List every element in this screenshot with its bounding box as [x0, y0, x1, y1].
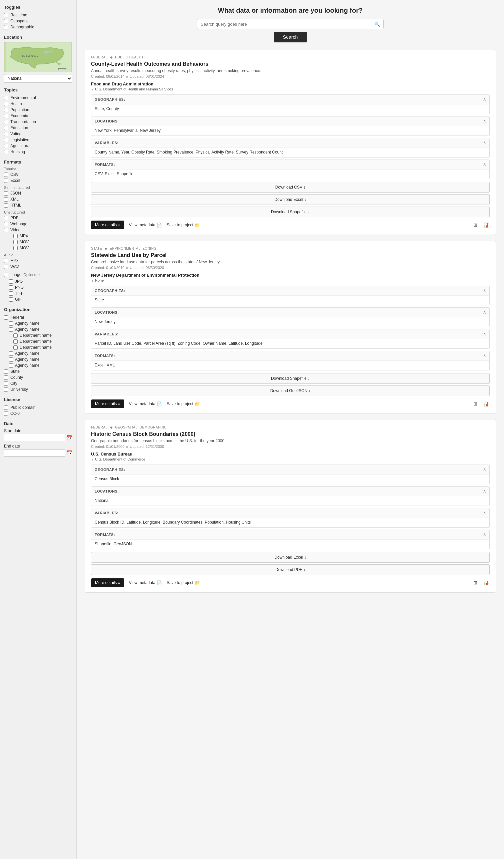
geographies-header-0[interactable]: GEOGRAPHIES: ∧	[91, 95, 489, 104]
location-select[interactable]: NationalStateCountyCity	[4, 74, 72, 83]
org-checkbox[interactable]	[9, 363, 13, 368]
format-checkbox-mp4[interactable]	[13, 234, 18, 238]
start-date-input[interactable]	[4, 434, 65, 441]
view-metadata-button-1[interactable]: View metadata 📄	[129, 402, 162, 406]
toggle-checkbox-geospatial[interactable]	[4, 19, 8, 24]
topic-checkbox-economic[interactable]	[4, 114, 8, 118]
org-checkbox[interactable]	[13, 340, 18, 344]
formats-audio-label: Audio	[4, 253, 72, 257]
more-details-button-1[interactable]: More details ≡	[91, 400, 124, 408]
download-btn-shapefile-1[interactable]: Download Shapefile ↓	[91, 373, 490, 384]
search-icon-button[interactable]: 🔍	[374, 21, 380, 27]
search-button[interactable]: Search	[274, 32, 307, 42]
formats-image-checkbox[interactable]	[4, 273, 8, 277]
end-date-calendar-icon[interactable]: 📅	[67, 450, 72, 455]
topic-checkbox-health[interactable]	[4, 102, 8, 106]
formats-section-title: Formats	[4, 160, 72, 165]
grid-view-icon-2[interactable]: ⊞	[473, 580, 478, 585]
format-checkbox-json[interactable]	[4, 191, 8, 196]
formats-image-options[interactable]: Options →	[23, 273, 41, 277]
view-metadata-button-0[interactable]: View metadata 📄	[129, 223, 162, 228]
toggle-checkbox-demographic[interactable]	[4, 25, 8, 29]
format-checkbox-html[interactable]	[4, 203, 8, 208]
download-btn-geojson-1[interactable]: Download GeoJSON ↓	[91, 386, 490, 396]
topic-checkbox-environmental[interactable]	[4, 96, 8, 100]
grid-view-icon-1[interactable]: ⊞	[473, 401, 478, 406]
license-checkbox-public-domain[interactable]	[4, 406, 8, 410]
topic-checkbox-legislative[interactable]	[4, 138, 8, 142]
format-checkbox-mov2[interactable]	[13, 246, 18, 250]
variables-header-1[interactable]: VARIABLES: ∧	[91, 329, 489, 339]
view-metadata-button-2[interactable]: View metadata 📄	[129, 581, 162, 585]
card-breadcrumb-2: FEDERAL ◆ GEOSPATIAL, DEMOGRAPHIC	[91, 425, 490, 429]
save-to-project-button-2[interactable]: Save to project 📁	[167, 581, 200, 585]
format-checkbox-video[interactable]	[4, 228, 8, 232]
format-checkbox-jpg[interactable]	[9, 279, 13, 284]
download-btn-excel-2[interactable]: Download Excel ↓	[91, 552, 490, 563]
format-checkbox-mov1[interactable]	[13, 240, 18, 244]
download-btn-shapefile-0[interactable]: Download Shapefile ↓	[91, 207, 490, 217]
org-checkbox[interactable]	[4, 370, 8, 374]
chart-icon-0[interactable]: 📊	[483, 222, 490, 228]
topic-checkbox-education[interactable]	[4, 126, 8, 130]
toggle-checkbox-real-time[interactable]	[4, 13, 8, 17]
locations-header-0[interactable]: LOCATIONS: ∧	[91, 117, 489, 126]
format-item-png: PNG	[9, 284, 72, 290]
locations-header-2[interactable]: LOCATIONS: ∧	[91, 486, 489, 496]
org-checkbox[interactable]	[4, 375, 8, 380]
format-item-gif: GIF	[9, 296, 72, 302]
topic-checkbox-agricultural[interactable]	[4, 144, 8, 148]
more-details-button-0[interactable]: More details ≡	[91, 221, 124, 229]
download-btn-csv-0[interactable]: Download CSV ↓	[91, 182, 490, 193]
org-checkbox[interactable]	[4, 388, 8, 392]
format-checkbox-mp3[interactable]	[4, 259, 8, 263]
org-checkbox[interactable]	[9, 358, 13, 362]
format-checkbox-wav[interactable]	[4, 265, 8, 269]
org-checkbox[interactable]	[4, 315, 8, 320]
end-date-input[interactable]	[4, 449, 65, 456]
save-to-project-button-0[interactable]: Save to project 📁	[167, 223, 200, 228]
format-checkbox-csv[interactable]	[4, 172, 8, 177]
format-checkbox-png[interactable]	[9, 285, 13, 290]
more-details-button-2[interactable]: More details ≡	[91, 578, 124, 587]
card-agency-2: U.S. Census Bureau	[91, 452, 490, 456]
org-checkbox[interactable]	[13, 333, 18, 338]
formats-header-0[interactable]: FORMATS: ∧	[91, 160, 489, 169]
topic-checkbox-transportation[interactable]	[4, 120, 8, 124]
format-checkbox-gif[interactable]	[9, 297, 13, 302]
topic-checkbox-population[interactable]	[4, 108, 8, 112]
search-input[interactable]	[201, 22, 374, 27]
org-checkbox[interactable]	[4, 381, 8, 386]
locations-header-1[interactable]: LOCATIONS: ∧	[91, 308, 489, 317]
format-checkbox-tiff[interactable]	[9, 291, 13, 296]
format-checkbox-pdf[interactable]	[4, 216, 8, 220]
format-checkbox-xml[interactable]	[4, 197, 8, 201]
formats-header-2[interactable]: FORMATS: ∧	[91, 530, 489, 539]
card-actions-0: More details ≡ View metadata 📄 Save to p…	[91, 221, 490, 229]
variables-header-2[interactable]: VARIABLES: ∧	[91, 508, 489, 517]
grid-view-icon-0[interactable]: ⊞	[473, 222, 478, 228]
start-date-row: Start date 📅	[4, 428, 72, 441]
format-checkbox-excel[interactable]	[4, 179, 8, 183]
topic-checkbox-housing[interactable]	[4, 150, 8, 154]
org-checkbox[interactable]	[9, 321, 13, 326]
formats-section-0: FORMATS: ∧ CSV, Excel, Shapefile	[91, 160, 490, 179]
format-checkbox-webpage[interactable]	[4, 222, 8, 226]
card-title-0: County-Level Health Outcomes and Behavio…	[91, 61, 490, 67]
formats-header-1[interactable]: FORMATS: ∧	[91, 351, 489, 360]
topic-checkbox-voting[interactable]	[4, 132, 8, 136]
license-checkbox-cc0[interactable]	[4, 411, 8, 416]
chart-icon-1[interactable]: 📊	[483, 401, 490, 406]
download-btn-excel-0[interactable]: Download Excel ↓	[91, 194, 490, 205]
download-btn-pdf-2[interactable]: Download PDF ↓	[91, 564, 490, 575]
org-checkbox[interactable]	[9, 351, 13, 356]
chart-icon-2[interactable]: 📊	[483, 580, 490, 585]
org-checkbox[interactable]	[9, 327, 13, 332]
variables-header-0[interactable]: VARIABLES: ∧	[91, 138, 489, 148]
geographies-header-2[interactable]: GEOGRAPHIES: ∧	[91, 465, 489, 474]
start-date-label: Start date	[4, 428, 72, 433]
org-checkbox[interactable]	[13, 345, 18, 350]
geographies-header-1[interactable]: GEOGRAPHIES: ∧	[91, 286, 489, 295]
start-date-calendar-icon[interactable]: 📅	[67, 435, 72, 440]
save-to-project-button-1[interactable]: Save to project 📁	[167, 402, 200, 406]
